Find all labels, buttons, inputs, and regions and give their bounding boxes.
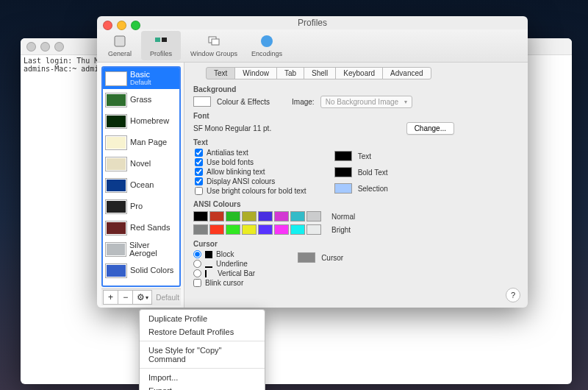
cursor-vbar-radio[interactable]: Vertical Bar (193, 269, 255, 277)
ansi-color-well[interactable] (193, 224, 208, 235)
close-icon[interactable] (26, 42, 36, 52)
cursor-color-well[interactable] (298, 252, 315, 263)
profile-sub: Default (130, 79, 151, 87)
preferences-toolbar: General Profiles Window Groups Encodings (97, 29, 528, 63)
svg-rect-1 (155, 38, 160, 42)
profile-name: Ocean (130, 181, 154, 189)
ansi-color-well[interactable] (306, 224, 321, 235)
tab-window[interactable]: Window (234, 67, 277, 79)
profile-row[interactable]: Novel (103, 153, 179, 174)
cursor-underline-radio[interactable]: Underline (193, 260, 255, 268)
ansi-color-well[interactable] (226, 211, 240, 221)
boldtext-color-well[interactable] (334, 167, 352, 177)
help-button[interactable]: ? (506, 288, 520, 302)
profile-name: Novel (130, 160, 151, 168)
encodings-icon (259, 34, 274, 49)
zoom-icon[interactable] (131, 21, 140, 30)
tab-shell[interactable]: Shell (304, 67, 336, 79)
cursor-heading: Cursor (193, 240, 520, 248)
ansi-color-well[interactable] (290, 224, 305, 235)
font-heading: Font (193, 112, 520, 120)
svg-point-5 (261, 35, 273, 47)
menu-separator (140, 341, 265, 341)
profile-sidebar: BasicDefault Grass Homebrew Man Page Nov… (97, 63, 184, 308)
text-color-well[interactable] (334, 151, 352, 161)
profile-row[interactable]: Silver Aerogel (103, 238, 179, 260)
svg-rect-2 (162, 38, 167, 42)
ansi-color-well[interactable] (306, 211, 321, 221)
profiles-icon (154, 34, 168, 49)
background-color-well[interactable] (193, 96, 211, 107)
profile-row[interactable]: Grass (103, 89, 179, 110)
profile-actions-button[interactable]: ⚙▾ (132, 290, 152, 305)
content-tabs: Text Window Tab Shell Keyboard Advanced (207, 67, 520, 79)
text-heading: Text (193, 138, 520, 146)
ansi-color-well[interactable] (290, 211, 305, 221)
minimize-icon[interactable] (117, 21, 126, 30)
ansi-color-well[interactable] (226, 224, 240, 235)
remove-profile-button[interactable]: − (118, 290, 133, 305)
tab-text[interactable]: Text (206, 67, 235, 79)
background-color-label: Colour & Effects (217, 98, 270, 106)
toolbar-profiles[interactable]: Profiles (141, 31, 181, 60)
ansi-color-well[interactable] (209, 224, 224, 235)
windowgroups-icon (207, 34, 221, 49)
default-button[interactable]: Default (156, 294, 179, 302)
ansi-color-well[interactable] (193, 211, 208, 221)
profile-row[interactable]: Ocean (103, 174, 179, 196)
profile-row[interactable]: Man Page (103, 132, 179, 153)
profile-actions-menu: Duplicate Profile Restore Default Profil… (139, 309, 265, 390)
profile-row[interactable]: BasicDefault (103, 68, 179, 89)
ansi-color-well[interactable] (274, 224, 289, 235)
menu-restore[interactable]: Restore Default Profiles (140, 325, 265, 338)
bright-bold-checkbox[interactable]: Use bright colours for bold text (195, 187, 306, 195)
ansi-color-well[interactable] (242, 211, 257, 221)
zoom-icon[interactable] (54, 42, 64, 52)
svg-rect-0 (115, 36, 125, 46)
ansi-color-well[interactable] (242, 224, 257, 235)
ansi-color-well[interactable] (274, 211, 289, 221)
tab-tab[interactable]: Tab (276, 67, 304, 79)
cursor-block-radio[interactable]: Block (193, 250, 255, 258)
menu-duplicate[interactable]: Duplicate Profile (140, 312, 265, 325)
tab-keyboard[interactable]: Keyboard (335, 67, 383, 79)
background-image-popup[interactable]: No Background Image▾ (320, 96, 413, 108)
antialias-checkbox[interactable]: Antialias text (195, 149, 306, 157)
menu-use-style[interactable]: Use Style for "Copy" Command (140, 344, 265, 366)
profile-row[interactable]: Pro (103, 196, 179, 217)
selection-color-well[interactable] (334, 183, 352, 194)
profile-name: Basic (130, 71, 151, 79)
tab-advanced[interactable]: Advanced (382, 67, 431, 79)
profile-thumb-icon (105, 71, 127, 86)
profile-row[interactable]: Homebrew (103, 110, 179, 132)
ansi-color-well[interactable] (258, 211, 273, 221)
ansi-checkbox[interactable]: Display ANSI colours (195, 177, 306, 185)
ansi-color-well[interactable] (209, 211, 224, 221)
minimize-icon[interactable] (40, 42, 50, 52)
profile-list[interactable]: BasicDefault Grass Homebrew Man Page Nov… (101, 66, 181, 287)
add-profile-button[interactable]: + (103, 290, 118, 305)
ansi-normal-row (193, 211, 321, 221)
profile-thumb-icon (105, 135, 127, 150)
svg-rect-4 (212, 39, 219, 45)
profile-content: Text Window Tab Shell Keyboard Advanced … (184, 63, 528, 308)
gear-icon: ⚙ (137, 292, 145, 302)
change-font-button[interactable]: Change... (406, 122, 454, 135)
menu-export[interactable]: Export... (140, 384, 265, 390)
close-icon[interactable] (103, 21, 112, 30)
chevron-updown-icon: ▾ (404, 99, 407, 105)
menu-import[interactable]: Import... (140, 371, 265, 384)
blink-cursor-checkbox[interactable]: Blink cursor (193, 279, 255, 287)
blinking-checkbox[interactable]: Allow blinking text (195, 168, 306, 176)
profile-name: Silver Aerogel (129, 241, 177, 258)
toolbar-general[interactable]: General (100, 31, 140, 60)
profile-row[interactable]: Red Sands (103, 217, 179, 238)
chevron-down-icon: ▾ (146, 294, 148, 301)
profile-name: Red Sands (130, 224, 170, 232)
profile-row[interactable]: Solid Colors (103, 260, 179, 281)
toolbar-windowgroups[interactable]: Window Groups (182, 31, 245, 60)
font-description: SF Mono Regular 11 pt. (193, 124, 271, 132)
toolbar-encodings[interactable]: Encodings (247, 31, 287, 60)
ansi-color-well[interactable] (258, 224, 273, 235)
boldfonts-checkbox[interactable]: Use bold fonts (195, 158, 306, 166)
